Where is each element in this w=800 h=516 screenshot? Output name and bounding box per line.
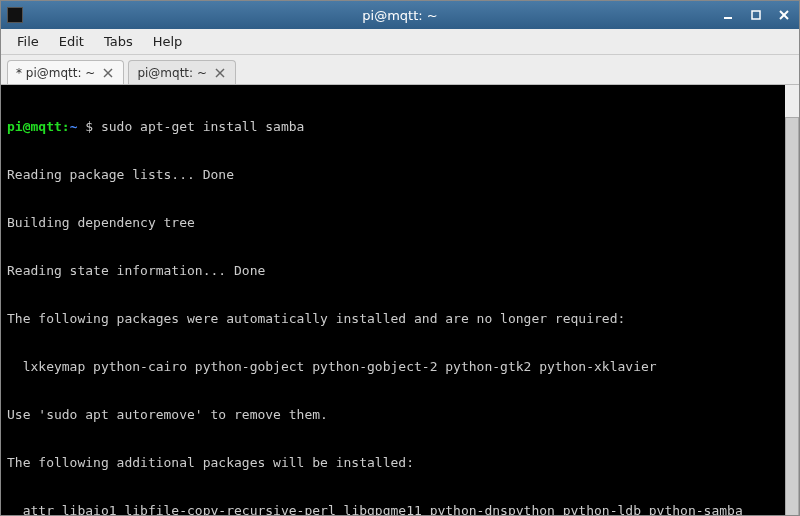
minimize-button[interactable]: [719, 7, 737, 23]
scrollbar-vertical[interactable]: [785, 85, 799, 515]
menu-tabs[interactable]: Tabs: [96, 32, 141, 51]
typed-command: sudo apt-get install samba: [101, 119, 305, 134]
terminal-app-icon: [7, 7, 23, 23]
close-button[interactable]: [775, 7, 793, 23]
term-line: Use 'sudo apt autoremove' to remove them…: [7, 407, 793, 423]
term-line: Reading state information... Done: [7, 263, 793, 279]
window-controls: [719, 7, 793, 23]
prompt-line: pi@mqtt:~ $ sudo apt-get install samba: [7, 119, 793, 135]
titlebar[interactable]: pi@mqtt: ~: [1, 1, 799, 29]
term-line: lxkeymap python-cairo python-gobject pyt…: [7, 359, 793, 375]
tab-label: * pi@mqtt: ~: [16, 66, 95, 80]
terminal-area[interactable]: pi@mqtt:~ $ sudo apt-get install samba R…: [1, 85, 799, 515]
menu-file[interactable]: File: [9, 32, 47, 51]
term-line: Reading package lists... Done: [7, 167, 793, 183]
tab-active[interactable]: * pi@mqtt: ~: [7, 60, 124, 84]
terminal-window: pi@mqtt: ~ File Edit Tabs Help * pi@mqtt…: [0, 0, 800, 516]
menubar: File Edit Tabs Help: [1, 29, 799, 55]
close-tab-icon[interactable]: [213, 66, 227, 80]
tab-bar: * pi@mqtt: ~ pi@mqtt: ~: [1, 55, 799, 85]
term-line: The following packages were automaticall…: [7, 311, 793, 327]
prompt-symbol: $: [77, 119, 100, 134]
svg-rect-1: [752, 11, 760, 19]
scrollbar-thumb[interactable]: [785, 117, 799, 515]
term-line: attr libaio1 libfile-copy-recursive-perl…: [7, 503, 793, 515]
tab-inactive[interactable]: pi@mqtt: ~: [128, 60, 236, 84]
prompt-user-host: pi@mqtt: [7, 119, 62, 134]
term-line: The following additional packages will b…: [7, 455, 793, 471]
window-title: pi@mqtt: ~: [362, 8, 437, 23]
menu-edit[interactable]: Edit: [51, 32, 92, 51]
close-tab-icon[interactable]: [101, 66, 115, 80]
term-line: Building dependency tree: [7, 215, 793, 231]
tab-label: pi@mqtt: ~: [137, 66, 207, 80]
prompt-colon: :: [62, 119, 70, 134]
maximize-button[interactable]: [747, 7, 765, 23]
menu-help[interactable]: Help: [145, 32, 191, 51]
